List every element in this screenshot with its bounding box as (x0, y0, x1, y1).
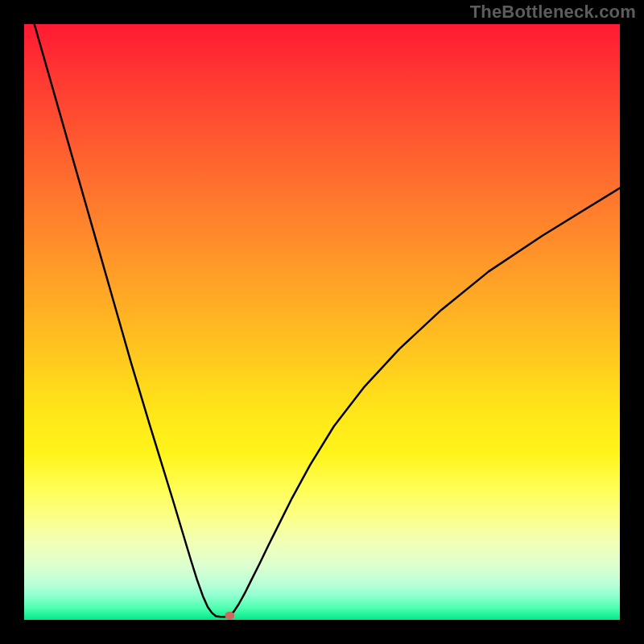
plot-area (24, 24, 620, 620)
chart-frame: TheBottleneck.com (0, 0, 644, 644)
bottleneck-curve (24, 24, 620, 617)
watermark-text: TheBottleneck.com (470, 2, 636, 23)
curve-layer (24, 24, 620, 620)
minimum-marker (225, 612, 234, 620)
